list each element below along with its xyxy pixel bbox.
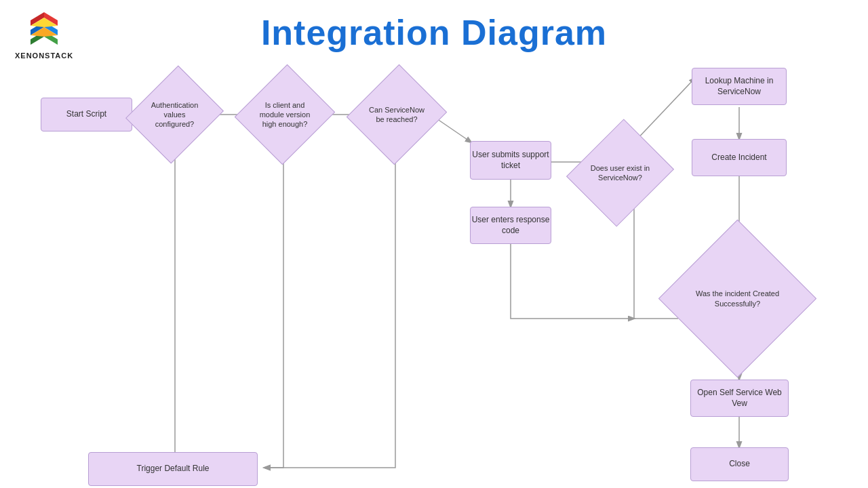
page-title: Integration Diagram [0,0,868,60]
xenonstack-logo-icon [24,9,64,50]
logo: XENONSTACK [15,9,73,60]
diagram-area: Start Script Authentication values confi… [0,61,868,488]
create-incident-node: Create Incident [692,139,787,176]
client-version-node: Is client and module version high enough… [251,77,319,152]
trigger-default-node: Trigger Default Rule [88,452,258,486]
can-reach-node: Can ServiceNow be reached? [363,77,431,152]
does-user-exist-node: Does user exist in ServiceNow? [585,132,656,214]
close-node: Close [690,447,789,481]
start-script-node: Start Script [41,98,132,131]
auth-values-node: Authentication values configured? [142,77,207,152]
user-submits-node: User submits support ticket [470,141,551,180]
lookup-machine-node: Lookup Machine in ServiceNow [692,68,787,105]
logo-text: XENONSTACK [15,52,73,60]
open-self-service-node: Open Self Service Web Vew [690,380,789,417]
user-response-node: User enters response code [470,207,551,244]
incident-success-node: Was the incident Created Successfully? [682,243,793,354]
